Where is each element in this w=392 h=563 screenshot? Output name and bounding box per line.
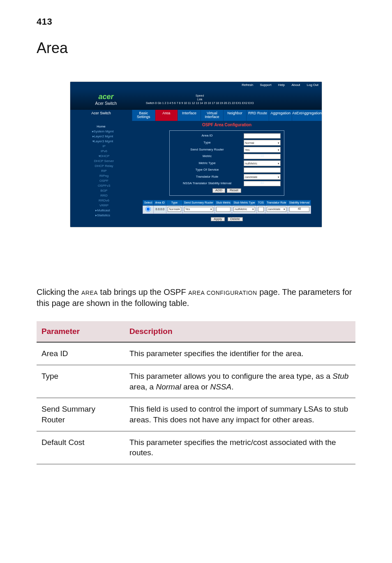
col-parameter: Parameter: [37, 321, 125, 342]
fig-row-ssr[interactable]: Yes▾: [182, 205, 214, 213]
fig-row-mtype[interactable]: nullMetric▾: [232, 205, 256, 213]
fig-sidebar-item[interactable]: Home: [74, 124, 129, 129]
fig-tabs-side-label: Acer Switch: [70, 110, 132, 121]
fig-form-input[interactable]: [244, 167, 281, 173]
fig-main-title: OSPF Area Configuration: [132, 121, 322, 129]
fig-apply-button[interactable]: Apply: [211, 217, 225, 222]
fig-led-row-label-speed: Speed: [146, 94, 254, 97]
table-row: Default CostThis parameter specifies the…: [37, 431, 355, 464]
fig-form-label: Send Summary Router: [173, 148, 241, 152]
fig-sidebar: Home▸System Mgmt▸Layer2 Mgmt▾Layer3 Mgmt…: [70, 121, 132, 227]
fig-link-refresh[interactable]: Refresh: [242, 83, 253, 87]
fig-row-sint[interactable]: 40: [288, 205, 311, 213]
fig-form-label: Area ID: [173, 134, 241, 138]
fig-sidebar-item[interactable]: ▸Statistics: [74, 213, 129, 218]
fig-delete-button[interactable]: Delete: [228, 217, 243, 222]
fig-form-input[interactable]: [244, 133, 281, 139]
fig-tab-basic-settings[interactable]: Basic Settings: [132, 110, 155, 121]
fig-sidebar-item[interactable]: ▾Layer3 Mgmt: [74, 139, 129, 144]
fig-sidebar-item[interactable]: DHCP Server: [74, 159, 129, 164]
fig-data-table: SelectArea IDTypeSend Summary RouterStub…: [143, 200, 311, 213]
page-title: Area: [37, 39, 355, 57]
table-row: Send Summary RouterThis field is used to…: [37, 398, 355, 431]
figure-screenshot: Refresh Support Help About Log Out acer …: [37, 81, 355, 229]
fig-table-header: Stub Metric Type: [232, 200, 256, 206]
fig-form-label: Type Of Service: [173, 168, 241, 172]
fig-link-support[interactable]: Support: [260, 83, 271, 87]
fig-table-header: Type: [166, 200, 183, 206]
table-row: TypeThis parameter allows you to configu…: [37, 365, 355, 398]
fig-sidebar-item[interactable]: ▸System Mgmt: [74, 129, 129, 134]
fig-sidebar-item[interactable]: ▾DHCP: [74, 154, 129, 159]
fig-form-label: Metric Type: [173, 162, 241, 165]
fig-form-select[interactable]: Yes▾: [244, 147, 281, 153]
fig-link-help[interactable]: Help: [278, 83, 285, 87]
param-name: Type: [37, 365, 125, 398]
param-name: Default Cost: [37, 431, 125, 464]
fig-link-logout[interactable]: Log Out: [307, 83, 318, 87]
fig-reset-button[interactable]: Reset: [227, 188, 241, 193]
fig-brand-logo: acer: [75, 93, 137, 101]
fig-table-header: Stability Interval: [288, 200, 311, 206]
fig-form: Area IDTypeNormal▾Send Summary RouterYes…: [169, 130, 284, 196]
fig-form-select[interactable]: nullMetric▾: [244, 160, 281, 166]
fig-sidebar-item[interactable]: BGP: [74, 188, 129, 193]
fig-sidebar-item[interactable]: OSPF: [74, 178, 129, 183]
fig-sidebar-item[interactable]: ▸Multicast: [74, 208, 129, 213]
fig-tabs: Acer Switch Basic Settings Area Interfac…: [70, 110, 322, 121]
fig-row-areaid: 0.0.0.0: [154, 205, 166, 213]
fig-form-select[interactable]: Normal▾: [244, 140, 281, 146]
fig-tab-asext-aggregation[interactable]: AsExtAggregation: [292, 110, 322, 121]
fig-row-metric[interactable]: [214, 205, 232, 213]
table-row: Area IDThis parameter specifies the iden…: [37, 342, 355, 365]
fig-tab-rrd-route[interactable]: RRD Route: [246, 110, 269, 121]
fig-table-header: Translator Role: [265, 200, 288, 206]
fig-sidebar-item[interactable]: RIPng: [74, 174, 129, 178]
fig-tab-area[interactable]: Area: [155, 110, 178, 121]
fig-form-label: Translator Role: [173, 175, 241, 179]
fig-add-button[interactable]: ADD: [212, 188, 225, 193]
fig-table-header: Area ID: [154, 200, 166, 206]
fig-sidebar-item[interactable]: ▸Layer2 Mgmt: [74, 134, 129, 139]
fig-tab-virtual-interface[interactable]: Virtual Interface: [201, 110, 224, 121]
fig-row-tos[interactable]: [256, 205, 265, 213]
fig-form-label: Metric: [173, 155, 241, 158]
fig-row-type[interactable]: Normal▾: [166, 205, 183, 213]
fig-form-input[interactable]: 40: [244, 181, 281, 186]
param-desc: This parameter allows you to configure t…: [125, 365, 355, 398]
fig-tab-interface[interactable]: Interface: [178, 110, 201, 121]
param-name: Send Summary Router: [37, 398, 125, 431]
fig-sidebar-item[interactable]: RRDv6: [74, 198, 129, 203]
fig-tab-aggregation[interactable]: Aggregation: [269, 110, 292, 121]
param-desc: This parameter specifies the identifier …: [125, 342, 355, 365]
fig-sidebar-item[interactable]: OSPFv3: [74, 183, 129, 188]
fig-table-header: Select: [143, 200, 153, 206]
fig-form-label: Type: [173, 141, 241, 145]
fig-tab-neighbor[interactable]: Neighbor: [223, 110, 246, 121]
fig-table-header: TOS: [256, 200, 265, 206]
fig-sidebar-item[interactable]: RIP: [74, 169, 129, 174]
col-description: Description: [125, 321, 355, 342]
fig-table-header: Send Summary Router: [182, 200, 214, 206]
fig-form-select[interactable]: candidate▾: [244, 174, 281, 180]
body-paragraph: Clicking the Area tab brings up the OSPF…: [37, 287, 355, 309]
fig-sidebar-item[interactable]: DHCP Relay: [74, 164, 129, 169]
fig-topbar: Refresh Support Help About Log Out: [70, 82, 322, 89]
fig-led-row-label-link: Link: [146, 97, 254, 101]
fig-form-input[interactable]: 10: [244, 154, 281, 159]
fig-sidebar-item[interactable]: VRRP: [74, 203, 129, 208]
fig-row-select[interactable]: [143, 205, 153, 213]
fig-row-trole[interactable]: candidate▾: [265, 205, 288, 213]
fig-form-label: NSSA Translator Stability Interval: [173, 182, 241, 185]
fig-link-about[interactable]: About: [291, 83, 300, 87]
page-number: 413: [37, 16, 355, 27]
fig-brand-sub: Acer Switch: [75, 101, 137, 106]
parameter-table: Parameter Description Area IDThis parame…: [37, 321, 355, 464]
fig-table-header: Stub Metric: [214, 200, 232, 206]
param-desc: This parameter specifies the metric/cost…: [125, 431, 355, 464]
fig-sidebar-item[interactable]: IP: [74, 144, 129, 149]
param-desc: This field is used to control the import…: [125, 398, 355, 431]
fig-sidebar-item[interactable]: RRD: [74, 193, 129, 198]
fig-sidebar-item[interactable]: IPv6: [74, 149, 129, 154]
fig-port-numbers: Switch 0 Gb 1 2 3 4 5 6 7 8 9 10 11 12 1…: [146, 101, 254, 105]
